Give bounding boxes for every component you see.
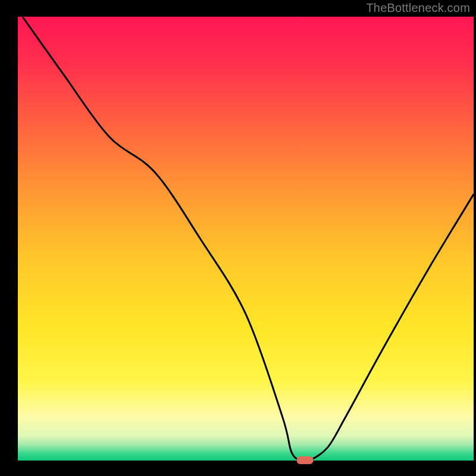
optimal-marker — [297, 456, 314, 464]
chart-container: TheBottleneck.com — [0, 0, 476, 476]
bottleneck-chart — [0, 0, 476, 476]
attribution-label: TheBottleneck.com — [366, 1, 470, 15]
plot-background — [18, 17, 474, 461]
